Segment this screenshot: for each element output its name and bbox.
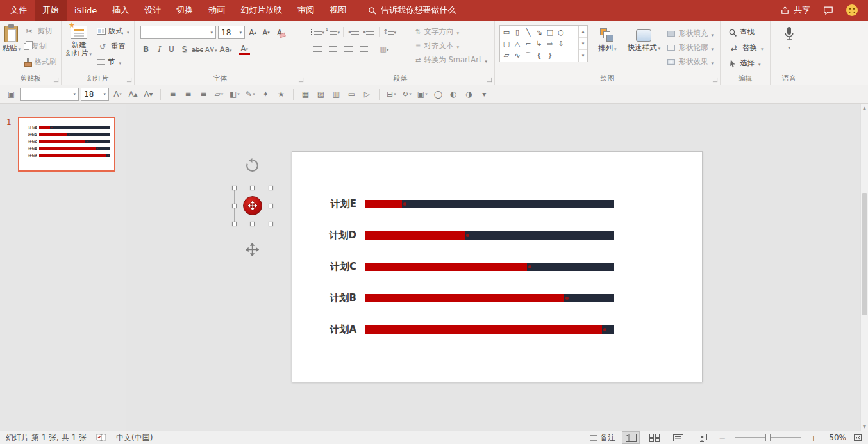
shape-option[interactable]: ⌒ xyxy=(524,51,532,60)
shape-option[interactable]: ↳ xyxy=(535,40,543,48)
insert-textbox-icon[interactable]: ▭ xyxy=(345,87,358,101)
feedback-smiley-icon[interactable] xyxy=(846,4,858,16)
slide-layout-icon[interactable]: ▣ xyxy=(4,87,18,101)
language-status[interactable]: 中文(中国) xyxy=(116,432,153,443)
shape-option[interactable]: ⌐ xyxy=(524,40,532,48)
shape-option[interactable]: ⇩ xyxy=(557,40,565,48)
chart-bar-track[interactable] xyxy=(39,140,110,143)
selection-handle-n[interactable] xyxy=(250,186,255,190)
tell-me-search[interactable]: 告诉我你想要做什么 xyxy=(368,0,456,21)
bullets-button[interactable] xyxy=(311,26,324,38)
dictate-button[interactable]: ▾ xyxy=(774,22,805,72)
dialog-launcher-clipboard[interactable] xyxy=(54,78,58,82)
quick-font-name-combo[interactable]: ▾ xyxy=(20,88,79,101)
selection-handle-nw[interactable] xyxy=(232,186,237,190)
insert-table-icon[interactable]: ▦ xyxy=(299,87,312,101)
draw-shape-icon[interactable]: ▱▾ xyxy=(212,87,226,101)
shape-option[interactable]: ⇘ xyxy=(535,28,543,37)
chart-bar-track[interactable] xyxy=(365,263,614,271)
chart-bar-track[interactable] xyxy=(365,200,614,208)
chart-bar-track[interactable] xyxy=(365,231,614,240)
line-spacing-button[interactable]: ↕ xyxy=(383,26,396,38)
dialog-launcher-font[interactable] xyxy=(299,78,303,82)
menu-tab-切换[interactable]: 切换 xyxy=(169,0,201,21)
notes-button[interactable]: 备注 xyxy=(590,432,615,443)
reset-button[interactable]: 重置 xyxy=(94,40,132,53)
shape-effects-button[interactable]: 形状效果 xyxy=(665,56,715,68)
justify-button[interactable] xyxy=(357,43,371,55)
shrink-font-icon[interactable]: A▾ xyxy=(142,87,155,101)
shape-option[interactable]: □ xyxy=(546,28,554,37)
select-button[interactable]: 选择 xyxy=(726,56,765,70)
zoom-percentage[interactable]: 50% xyxy=(826,433,846,442)
gallery-scroll-down[interactable]: ▾ xyxy=(579,38,587,50)
chart-bar-track[interactable] xyxy=(39,147,110,150)
menu-tab-审阅[interactable]: 审阅 xyxy=(290,0,322,21)
scrollbar-thumb[interactable] xyxy=(862,193,867,315)
selection-handle-s[interactable] xyxy=(250,222,255,226)
scroll-up-arrow[interactable]: ▲ xyxy=(861,104,868,112)
text-shadow-button[interactable]: S xyxy=(179,44,190,55)
copy-button[interactable]: 复制 xyxy=(21,40,60,53)
slide-canvas[interactable]: 计划E计划D计划C计划B计划A xyxy=(292,151,703,382)
shape-option[interactable]: { xyxy=(535,51,543,60)
arrange-button[interactable]: 排列 xyxy=(592,25,622,68)
zoom-slider-thumb[interactable] xyxy=(765,434,771,441)
menu-tab-插入[interactable]: 插入 xyxy=(104,0,137,21)
format-painter-icon[interactable]: ✦ xyxy=(259,87,272,101)
decrease-indent-button[interactable]: ◂ xyxy=(347,26,360,38)
shape-option[interactable]: } xyxy=(546,51,554,60)
zoom-out-button[interactable]: − xyxy=(717,433,728,443)
selection-handle-sw[interactable] xyxy=(232,222,237,226)
more-commands-icon[interactable]: ▾ xyxy=(478,87,491,101)
menu-tab-iSlide[interactable]: iSlide xyxy=(67,0,104,21)
shape-option[interactable]: △ xyxy=(513,40,521,48)
insert-picture-icon[interactable]: ▨ xyxy=(314,87,328,101)
grow-font-button[interactable] xyxy=(247,27,258,38)
selection-bounding-box[interactable] xyxy=(234,188,271,224)
convert-smartart-button[interactable]: ⇄转换为 SmartArt xyxy=(413,54,489,66)
dialog-launcher-paragraph[interactable] xyxy=(487,78,492,82)
new-slide-button[interactable]: 新建幻灯片 xyxy=(63,22,94,72)
change-case-button[interactable]: Aa xyxy=(220,44,232,55)
align-text-button[interactable]: ≡对齐文本 xyxy=(413,40,489,52)
chart-bar-track[interactable] xyxy=(39,126,110,129)
rotate-object-icon[interactable]: ↻▾ xyxy=(400,87,413,101)
columns-button[interactable]: ▥ xyxy=(378,43,391,55)
selection-handle-w[interactable] xyxy=(232,204,237,208)
align-right-icon[interactable]: ≡ xyxy=(197,87,210,101)
increase-indent-button[interactable]: ▸ xyxy=(362,26,376,38)
font-color-icon[interactable]: A▾ xyxy=(111,87,124,101)
numbering-button[interactable] xyxy=(326,26,340,38)
menu-tab-视图[interactable]: 视图 xyxy=(322,0,354,21)
group-objects-icon[interactable]: ▣▾ xyxy=(415,87,430,101)
dialog-launcher-drawing[interactable] xyxy=(713,78,717,82)
insert-chart-icon[interactable]: ▥ xyxy=(330,87,343,101)
shape-option[interactable]: ▭ xyxy=(503,28,510,37)
rotate-handle-icon[interactable] xyxy=(245,158,260,173)
paste-button[interactable]: 粘贴 xyxy=(2,22,21,72)
menu-tab-设计[interactable]: 设计 xyxy=(137,0,169,21)
selection-handle-se[interactable] xyxy=(269,222,273,226)
quick-styles-button[interactable]: 快速样式 xyxy=(626,25,661,68)
shape-option[interactable]: ▱ xyxy=(503,51,510,60)
grow-font-icon[interactable]: A▴ xyxy=(126,87,140,101)
italic-button[interactable]: I xyxy=(153,44,164,55)
comment-icon[interactable] xyxy=(823,6,833,15)
quick-style-icon[interactable]: ★ xyxy=(274,87,288,101)
share-button[interactable]: 共享 xyxy=(780,4,810,16)
zoom-in-button[interactable]: + xyxy=(808,433,819,443)
menu-tab-文件[interactable]: 文件 xyxy=(3,0,35,21)
zoom-slider[interactable] xyxy=(735,437,801,438)
shrink-font-button[interactable] xyxy=(260,27,272,38)
merge-combine-icon[interactable]: ◐ xyxy=(447,87,460,101)
fill-color-icon[interactable]: ◧▾ xyxy=(228,87,242,101)
bold-button[interactable]: B xyxy=(140,44,151,55)
gallery-more-button[interactable]: ▾ xyxy=(579,50,587,62)
merge-intersect-icon[interactable]: ◑ xyxy=(462,87,476,101)
selection-handle-e[interactable] xyxy=(269,204,273,208)
shape-option[interactable]: ⇨ xyxy=(546,40,554,48)
fit-to-window-icon[interactable] xyxy=(853,434,862,441)
font-name-combo[interactable]: ▾ xyxy=(140,26,216,39)
chart-bar-track[interactable] xyxy=(39,133,110,136)
